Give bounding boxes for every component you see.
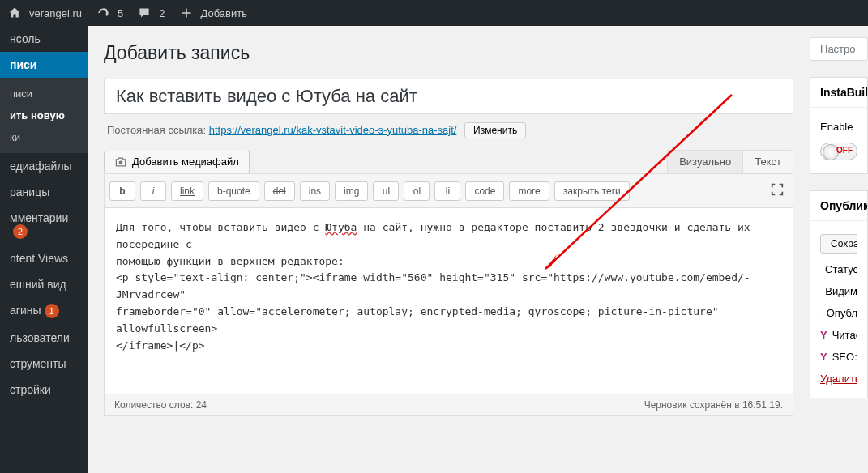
- nav-comments[interactable]: мментарии2: [0, 205, 88, 245]
- tb-ul[interactable]: ul: [373, 181, 399, 201]
- right-column: Настро InstaBuild Enable Ins Опублико Со…: [810, 26, 868, 473]
- tb-italic[interactable]: i: [140, 181, 166, 201]
- seo-label[interactable]: SEO: Н: [832, 351, 857, 363]
- site-link[interactable]: verangel.ru: [8, 6, 82, 19]
- tb-del[interactable]: del: [264, 181, 295, 201]
- site-name: verangel.ru: [29, 7, 82, 19]
- comments-link[interactable]: 2: [138, 6, 165, 19]
- nav-content-views[interactable]: ntent Views: [0, 245, 88, 271]
- widget-instabuilder: InstaBuild Enable Ins: [810, 77, 868, 174]
- readability-label[interactable]: Читаем: [832, 329, 857, 341]
- plugins-badge: 1: [45, 304, 59, 318]
- draft-saved-time: Черновик сохранён в 16:51:19.: [644, 399, 783, 411]
- status-label[interactable]: Статус: [825, 263, 857, 275]
- permalink-url[interactable]: https://verangel.ru/kak-vstavit-video-s-…: [209, 124, 457, 136]
- content-textarea[interactable]: Для того, чтобы вставить видео с Ютуба н…: [104, 208, 793, 394]
- yoast-icon: Y: [820, 329, 827, 341]
- add-media-button[interactable]: Добавить медиафайл: [104, 151, 250, 173]
- fullscreen-icon: [770, 182, 785, 197]
- insta-toggle[interactable]: [820, 143, 857, 160]
- tb-more[interactable]: more: [509, 181, 549, 201]
- screen-options-button[interactable]: Настро: [810, 37, 868, 61]
- tb-ol[interactable]: ol: [404, 181, 430, 201]
- save-draft-button[interactable]: Сохранит: [820, 234, 857, 254]
- permalink-row: Постоянная ссылка: https://verangel.ru/k…: [104, 119, 793, 150]
- updates-count: 5: [118, 7, 123, 19]
- nav-posts[interactable]: писи: [0, 52, 88, 78]
- tb-link[interactable]: link: [171, 181, 203, 201]
- spellcheck-word: Ютуба: [325, 221, 357, 233]
- nav-pages[interactable]: раницы: [0, 179, 88, 205]
- tb-close-tags[interactable]: закрыть теги: [554, 181, 630, 201]
- comments-badge: 2: [13, 224, 28, 239]
- permalink-edit-button[interactable]: Изменить: [464, 122, 526, 138]
- add-new-link[interactable]: Добавить: [180, 6, 247, 19]
- nav-tools[interactable]: струменты: [0, 351, 88, 377]
- svg-rect-3: [820, 313, 821, 313]
- tb-bquote[interactable]: b-quote: [208, 181, 259, 201]
- tb-li[interactable]: li: [434, 181, 460, 201]
- admin-sidebar: нсоль писи писи ить новую ки едиафайлы р…: [0, 26, 88, 473]
- yoast-icon: Y: [820, 351, 827, 363]
- nav-add-new[interactable]: ить новую: [0, 104, 88, 126]
- editor-tabs: Визуально Текст: [667, 150, 793, 173]
- nav-users[interactable]: льзователи: [0, 325, 88, 351]
- fullscreen-button[interactable]: [767, 179, 788, 202]
- widget-title: Опублико: [810, 191, 867, 221]
- add-label: Добавить: [201, 7, 247, 19]
- permalink-label: Постоянная ссылка:: [107, 124, 206, 136]
- tb-img[interactable]: img: [335, 181, 368, 201]
- home-icon: [8, 6, 21, 19]
- camera-icon: [114, 156, 127, 168]
- tb-ins[interactable]: ins: [300, 181, 330, 201]
- nav-console[interactable]: нсоль: [0, 26, 88, 52]
- nav-settings[interactable]: стройки: [0, 377, 88, 403]
- calendar-icon: [820, 308, 822, 319]
- widget-title: InstaBuild: [810, 78, 867, 108]
- enable-insta-label: Enable Ins: [820, 116, 857, 138]
- nav-categories[interactable]: ки: [0, 126, 88, 148]
- nav-all-posts[interactable]: писи: [0, 83, 88, 104]
- editor-main: Добавить запись Постоянная ссылка: https…: [88, 26, 810, 473]
- comment-icon: [138, 6, 151, 19]
- post-title-input[interactable]: [104, 79, 793, 114]
- nav-media[interactable]: едиафайлы: [0, 153, 88, 179]
- visibility-label[interactable]: Видим: [825, 285, 857, 297]
- updates-link[interactable]: 5: [96, 6, 123, 19]
- admin-topbar: verangel.ru 5 2 Добавить: [0, 0, 868, 26]
- plus-icon: [180, 6, 193, 19]
- nav-plugins[interactable]: агины1: [0, 297, 88, 325]
- refresh-icon: [96, 6, 109, 19]
- nav-posts-submenu: писи ить новую ки: [0, 78, 88, 153]
- publish-date-label[interactable]: Опубл: [827, 307, 857, 319]
- delete-link[interactable]: Удалить: [820, 373, 857, 385]
- widget-publish: Опублико Сохранит Статус Видим Опубл YЧи…: [810, 190, 868, 398]
- svg-point-0: [119, 160, 123, 164]
- word-count: Количество слов: 24: [114, 399, 207, 411]
- tb-bold[interactable]: b: [109, 181, 135, 201]
- tab-text[interactable]: Текст: [742, 150, 793, 173]
- nav-appearance[interactable]: ешний вид: [0, 271, 88, 297]
- text-toolbar: b i link b-quote del ins img ul ol li co…: [104, 173, 793, 208]
- comments-count: 2: [159, 7, 165, 19]
- editor-status-bar: Количество слов: 24 Черновик сохранён в …: [104, 394, 793, 416]
- tab-visual[interactable]: Визуально: [667, 150, 742, 173]
- page-title: Добавить запись: [104, 42, 793, 64]
- tb-code[interactable]: code: [465, 181, 504, 201]
